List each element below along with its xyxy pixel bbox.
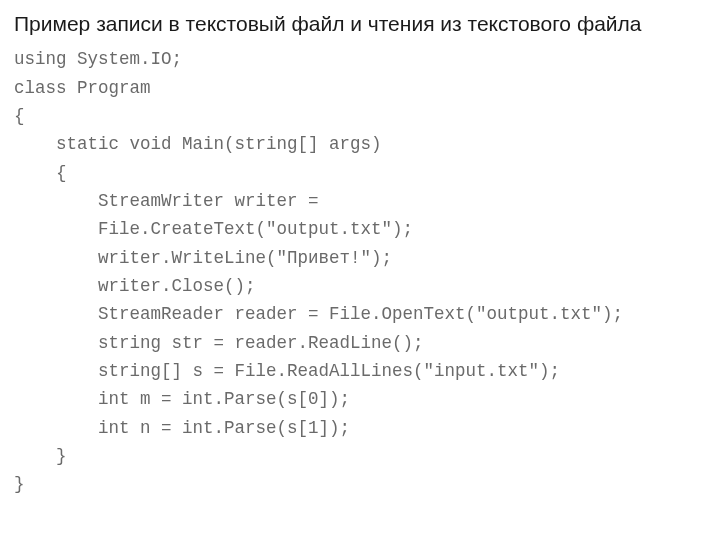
code-line: string[] s = File.ReadAllLines("input.tx…: [14, 361, 560, 381]
code-line: int n = int.Parse(s[1]);: [14, 418, 350, 438]
code-line: StreamReader reader = File.OpenText("out…: [14, 304, 623, 324]
code-line: class Program: [14, 78, 151, 98]
code-line: {: [14, 163, 67, 183]
code-line: string str = reader.ReadLine();: [14, 333, 424, 353]
code-line: }: [14, 446, 67, 466]
code-line: StreamWriter writer =: [14, 191, 319, 211]
code-line: int m = int.Parse(s[0]);: [14, 389, 350, 409]
code-line: }: [14, 474, 25, 494]
code-line: writer.WriteLine("Привет!");: [14, 248, 392, 268]
code-line: {: [14, 106, 25, 126]
code-block: using System.IO; class Program { static …: [14, 45, 706, 499]
code-line: static void Main(string[] args): [14, 134, 382, 154]
code-line: File.CreateText("output.txt");: [14, 219, 413, 239]
code-line: writer.Close();: [14, 276, 256, 296]
slide-title: Пример записи в текстовый файл и чтения …: [14, 10, 706, 37]
code-line: using System.IO;: [14, 49, 182, 69]
